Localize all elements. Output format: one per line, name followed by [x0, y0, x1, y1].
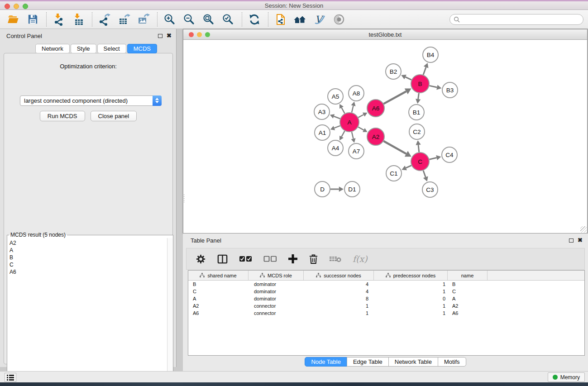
search-input[interactable] [462, 16, 571, 23]
import-table-button[interactable] [71, 12, 86, 27]
show-columns-button[interactable] [217, 254, 228, 264]
delete-rows-button[interactable] [309, 254, 318, 264]
graph-edge-A-A2[interactable] [358, 127, 363, 130]
export-image-button[interactable] [136, 12, 151, 27]
run-mcds-button[interactable]: Run MCDS [40, 111, 85, 121]
table-cell-shared-name[interactable]: A [188, 295, 249, 302]
graph-edge-A-A4[interactable] [341, 131, 344, 137]
table-cell-shared-name[interactable]: B [188, 281, 249, 288]
table-cell-mcds-role[interactable]: connector [249, 302, 304, 310]
float-panel-icon[interactable] [158, 34, 163, 38]
graph-edge-A-A6[interactable] [358, 114, 363, 117]
apply-layout-button[interactable] [247, 12, 262, 27]
first-neighbors-button[interactable] [292, 12, 308, 27]
zoom-out-button[interactable] [182, 12, 197, 27]
function-builder-button[interactable]: f(x) [353, 254, 368, 264]
new-network-from-selection-button[interactable] [273, 12, 288, 27]
close-table-panel-icon[interactable]: ✖ [578, 238, 583, 243]
graph-edge-A-A7[interactable] [352, 132, 354, 138]
graph-edge-B-B1[interactable] [418, 93, 419, 99]
graph-edge-A6-B[interactable] [384, 91, 406, 104]
table-cell-successor-nodes[interactable]: 1 [304, 310, 374, 317]
float-table-panel-icon[interactable] [569, 238, 574, 243]
export-table-button[interactable] [116, 12, 132, 27]
mcds-list-scrollbar[interactable] [167, 238, 173, 386]
table-cell-successor-nodes[interactable]: 4 [304, 281, 374, 288]
table-cell-successor-nodes[interactable]: 1 [304, 302, 374, 310]
table-cell-successor-nodes[interactable]: 8 [304, 295, 374, 302]
show-vizmapper-button[interactable]: V [312, 12, 327, 27]
graph-edge-B-B4[interactable] [423, 67, 426, 75]
tab-select[interactable]: Select [97, 44, 126, 53]
select-all-columns-button[interactable] [239, 255, 253, 262]
tab-network[interactable]: Network [35, 44, 70, 53]
graph-edge-C-C1[interactable] [406, 166, 411, 168]
graph-edge-B-B2[interactable] [406, 77, 411, 80]
table-row[interactable]: Bdominator41B [188, 281, 584, 288]
table-row[interactable]: A6connector11A6 [188, 310, 584, 317]
graph-edge-A2-C[interactable] [383, 141, 406, 154]
import-network-button[interactable] [51, 12, 67, 27]
open-session-button[interactable] [5, 12, 21, 27]
graph-edge-A-A1[interactable] [334, 126, 340, 128]
graph-edge-A-A8[interactable] [352, 106, 354, 113]
search-box[interactable] [449, 14, 583, 25]
table-cell-name[interactable]: C [448, 288, 488, 295]
network-canvas[interactable]: AA6A2BCA1A3A4A5A7A8B1B2B3B4C1C2C3C4DD1 [183, 40, 587, 233]
graph-edge-C-C2[interactable] [418, 145, 419, 152]
column-header-mcds-role[interactable]: MCDS role [249, 271, 304, 280]
delete-table-button[interactable] [329, 255, 342, 263]
table-settings-button[interactable] [196, 254, 206, 264]
show-graphics-details-button[interactable] [331, 12, 347, 27]
table-cell-predecessor-nodes[interactable]: 1 [374, 288, 448, 295]
network-window-titlebar[interactable]: testGlobe.txt [183, 29, 587, 40]
task-history-button[interactable] [5, 373, 16, 382]
optimization-criterion-dropdown[interactable]: largest connected component (directed) [20, 95, 162, 106]
table-cell-shared-name[interactable]: A2 [188, 302, 249, 310]
graph-edge-C-C4[interactable] [429, 158, 436, 160]
table-cell-mcds-role[interactable]: dominator [249, 288, 304, 295]
tab-edge-table[interactable]: Edge Table [347, 357, 389, 367]
table-cell-shared-name[interactable]: C [188, 288, 249, 295]
table-cell-shared-name[interactable]: A6 [188, 310, 249, 317]
column-header-successor-nodes[interactable]: successor nodes [304, 271, 374, 280]
table-cell-predecessor-nodes[interactable]: 1 [374, 281, 448, 288]
table-row[interactable]: Cdominator41C [188, 288, 584, 295]
table-cell-name[interactable]: A [448, 295, 488, 302]
column-header-predecessor-nodes[interactable]: predecessor nodes [374, 271, 448, 280]
save-session-button[interactable] [25, 12, 40, 27]
table-row[interactable]: Adominator80A [188, 295, 584, 302]
zoom-window-button[interactable] [23, 4, 28, 9]
zoom-network-window-button[interactable] [205, 32, 210, 37]
column-header-name[interactable]: name [448, 271, 488, 280]
table-cell-mcds-role[interactable]: connector [249, 310, 304, 317]
unselect-all-columns-button[interactable] [263, 255, 277, 262]
mcds-result-item[interactable]: B [10, 254, 167, 261]
table-cell-name[interactable]: B [448, 281, 488, 288]
window-resize-grip[interactable] [580, 226, 587, 233]
close-window-button[interactable] [5, 4, 10, 9]
splitter-gripper[interactable] [183, 195, 185, 203]
graph-edge-B-B3[interactable] [430, 86, 437, 87]
zoom-selected-button[interactable] [220, 12, 236, 27]
table-cell-predecessor-nodes[interactable]: 1 [374, 310, 448, 317]
mcds-result-item[interactable]: A6 [10, 268, 167, 276]
export-network-button[interactable] [97, 12, 112, 27]
minimize-window-button[interactable] [14, 4, 19, 9]
table-cell-mcds-role[interactable]: dominator [249, 295, 304, 302]
tab-mcds[interactable]: MCDS [127, 44, 157, 53]
table-row[interactable]: A2connector11A2 [188, 302, 584, 310]
memory-button[interactable]: Memory [548, 372, 585, 382]
close-panel-icon[interactable]: ✖ [167, 33, 172, 38]
zoom-in-button[interactable] [162, 12, 177, 27]
column-header-shared-name[interactable]: shared name [188, 271, 249, 280]
add-row-button[interactable] [288, 254, 298, 264]
graph-edge-A-A3[interactable] [334, 116, 340, 119]
tab-motifs[interactable]: Motifs [438, 357, 466, 367]
table-cell-predecessor-nodes[interactable]: 1 [374, 302, 448, 310]
graph-edge-A-A5[interactable] [341, 108, 344, 114]
table-cell-name[interactable]: A6 [448, 310, 488, 317]
minimize-network-window-button[interactable] [197, 32, 202, 37]
table-cell-mcds-role[interactable]: dominator [249, 281, 304, 288]
table-cell-name[interactable]: A2 [448, 302, 488, 310]
